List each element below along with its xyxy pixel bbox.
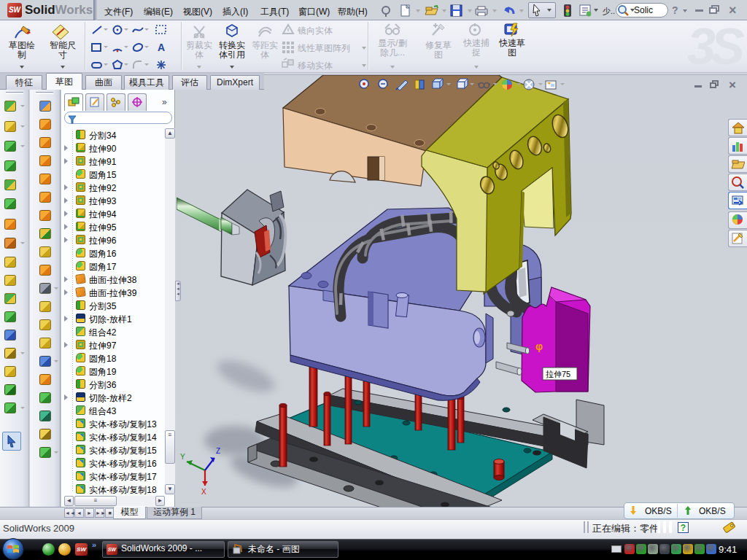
svg-text:X: X <box>201 488 206 496</box>
svg-text:φ: φ <box>535 341 543 352</box>
svg-text:Z: Z <box>216 447 220 455</box>
svg-text:A: A <box>158 42 165 53</box>
svg-text:拉伸75: 拉伸75 <box>546 370 570 378</box>
svg-text:Y: Y <box>180 453 185 461</box>
